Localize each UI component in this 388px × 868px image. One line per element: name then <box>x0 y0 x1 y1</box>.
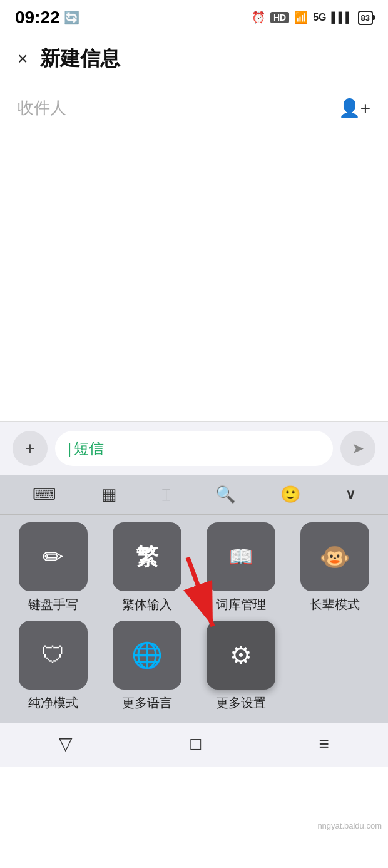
language-icon: 🌐 <box>131 641 163 670</box>
feature-grid: ✏ 键盘手写 繁 繁体输入 📖 词库管理 🐵 长辈模式 🛡 <box>10 522 378 711</box>
send-button[interactable]: ➤ <box>340 431 375 466</box>
signal-5g: 5G <box>313 12 326 23</box>
handwriting-icon: ✏ <box>43 542 64 571</box>
input-bar: + 短信 ➤ <box>0 421 388 475</box>
close-button[interactable]: × <box>18 49 28 69</box>
keyboard-features: ✏ 键盘手写 繁 繁体输入 📖 词库管理 🐵 长辈模式 🛡 <box>0 515 388 723</box>
elder-icon: 🐵 <box>319 542 350 572</box>
recipient-row[interactable]: 收件人 👤+ <box>0 83 388 133</box>
elder-label: 长辈模式 <box>310 596 360 613</box>
battery-indicator: 83 <box>358 11 373 25</box>
settings-icon: ⚙ <box>230 641 252 669</box>
signal-bars: ▌▌▌ <box>332 12 353 23</box>
handwriting-icon-box: ✏ <box>19 522 88 591</box>
wifi-icon: 📶 <box>294 11 308 24</box>
keyboard-icon[interactable]: ⌨ <box>26 481 63 508</box>
search-icon[interactable]: 🔍 <box>209 481 242 508</box>
message-body[interactable] <box>0 133 388 421</box>
app-header: × 新建信息 <box>0 33 388 83</box>
menu-button[interactable]: ≡ <box>319 734 329 754</box>
home-button[interactable]: □ <box>190 734 201 754</box>
recipient-placeholder: 收件人 <box>18 97 66 119</box>
send-icon: ➤ <box>352 440 364 457</box>
time-display: 09:22 <box>15 8 60 28</box>
elder-icon-box: 🐵 <box>300 522 369 591</box>
feature-settings[interactable]: ⚙ 更多设置 <box>198 621 284 711</box>
sync-icon: 🔄 <box>64 10 79 25</box>
settings-label: 更多设置 <box>216 695 266 711</box>
battery-level: 83 <box>361 13 370 23</box>
traditional-icon: 繁 <box>136 542 158 572</box>
dictionary-label: 词库管理 <box>216 596 266 613</box>
feature-handwriting[interactable]: ✏ 键盘手写 <box>10 522 96 613</box>
hd-badge: HD <box>270 12 289 23</box>
pure-icon: 🛡 <box>41 642 65 669</box>
handwriting-label: 键盘手写 <box>28 596 78 613</box>
grid-icon[interactable]: ▦ <box>95 481 123 508</box>
watermark: nngyat.baidu.com <box>317 821 382 830</box>
add-attachment-button[interactable]: + <box>13 431 48 466</box>
page-title: 新建信息 <box>40 45 120 73</box>
message-input[interactable]: 短信 <box>55 431 333 466</box>
language-label: 更多语言 <box>122 695 172 711</box>
add-contact-icon[interactable]: 👤+ <box>339 98 370 118</box>
feature-dictionary[interactable]: 📖 词库管理 <box>198 522 284 613</box>
pure-icon-box: 🛡 <box>19 621 88 690</box>
status-icons: ⏰ HD 📶 5G ▌▌▌ 83 <box>252 11 373 25</box>
status-bar: 09:22 🔄 ⏰ HD 📶 5G ▌▌▌ 83 <box>0 0 388 33</box>
emoji-icon[interactable]: 🙂 <box>274 481 307 508</box>
feature-elder[interactable]: 🐵 长辈模式 <box>292 522 378 613</box>
chevron-down-icon[interactable]: ∨ <box>339 483 362 507</box>
dictionary-icon: 📖 <box>228 545 253 569</box>
traditional-label: 繁体输入 <box>122 596 172 613</box>
dictionary-icon-box: 📖 <box>207 522 275 591</box>
pure-label: 纯净模式 <box>28 695 78 711</box>
nav-bar: ▽ □ ≡ <box>0 723 388 767</box>
plus-icon: + <box>25 438 35 458</box>
traditional-icon-box: 繁 <box>113 522 181 591</box>
cursor-icon[interactable]: ⌶ <box>156 483 176 507</box>
feature-language[interactable]: 🌐 更多语言 <box>104 621 190 711</box>
settings-icon-box: ⚙ <box>207 621 275 690</box>
keyboard-toolbar: ⌨ ▦ ⌶ 🔍 🙂 ∨ <box>0 475 388 515</box>
back-button[interactable]: ▽ <box>59 733 73 754</box>
input-placeholder: 短信 <box>68 438 104 458</box>
language-icon-box: 🌐 <box>113 621 181 690</box>
alarm-icon: ⏰ <box>252 11 265 24</box>
feature-pure[interactable]: 🛡 纯净模式 <box>10 621 96 711</box>
feature-traditional[interactable]: 繁 繁体输入 <box>104 522 190 613</box>
status-time: 09:22 🔄 <box>15 8 79 28</box>
